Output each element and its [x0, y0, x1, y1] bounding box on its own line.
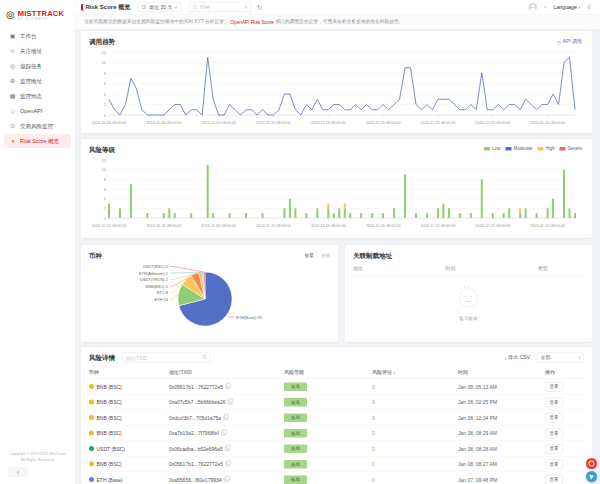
svg-text:2024-12-25 08:00:00: 2024-12-25 08:00:00 [475, 224, 510, 228]
copyright: Copyright © 2023-2024 MistTrack All Righ… [0, 451, 75, 462]
level-cell: 低危 [284, 398, 372, 407]
legend-item-moderate[interactable]: Moderate [505, 146, 532, 151]
level-cell: 低危 [284, 429, 372, 438]
coin-select[interactable]: 币种 ▾ [189, 2, 251, 12]
copy-icon[interactable] [225, 462, 229, 467]
address-text[interactable]: 0xdccf3b7...705d1a75a [169, 415, 221, 421]
copy-icon[interactable] [225, 446, 229, 451]
user-avatar[interactable] [529, 3, 538, 12]
support-icon [589, 461, 595, 467]
risk-search-input[interactable] [122, 353, 210, 363]
view-button[interactable]: 查看 [545, 397, 563, 407]
refresh-icon[interactable]: ↻ [257, 3, 262, 11]
telegram-float-button[interactable] [586, 471, 597, 482]
copy-icon[interactable] [225, 384, 229, 389]
view-button[interactable]: 查看 [545, 413, 563, 423]
view-button[interactable]: 查看 [545, 444, 563, 454]
topbar: Risk Score 概览 最近 30 天 ▾ 币种 ▾ ↻ ▾ [75, 0, 600, 15]
coin-icon [89, 431, 94, 436]
legend-item-severe[interactable]: Severe [560, 146, 582, 151]
dark-mode-toggle-icon[interactable]: ☾ [588, 4, 593, 11]
copy-icon[interactable] [221, 431, 225, 436]
toggle-amount[interactable]: 金额 [321, 252, 330, 259]
sidebar-item-trace-task[interactable]: ◎追踪任务 [4, 59, 71, 73]
sidebar-item-workbench[interactable]: ▣工作台 [4, 29, 71, 43]
page-title-wrap: Risk Score 概览 [81, 3, 130, 12]
chevron-down-icon: ▾ [578, 355, 580, 360]
toggle-quantity[interactable]: 数量 [305, 252, 314, 259]
address-text[interactable]: 0x05617b1...7622772e5 [169, 384, 223, 390]
legend-api-calls[interactable]: ◇ API 调用 [557, 38, 582, 45]
sidebar-item-openapi[interactable]: ◇OpenAPI [4, 104, 71, 118]
risk-level-badge: 低危 [284, 460, 307, 469]
diamond-marker-icon: ◇ [557, 39, 561, 45]
table-row: BNB (BSC)0x05617b1...7622772e5低危0Jan 08,… [89, 456, 584, 472]
view-button[interactable]: 查看 [545, 459, 563, 469]
action-cell: 查看 [545, 428, 584, 438]
sort-icon[interactable]: ▴▾ [394, 371, 396, 375]
coin-cell: BNB (BSC) [89, 430, 169, 436]
gear-icon: ⚙ [9, 78, 16, 85]
address-text[interactable]: 0xa55656...f60e179934 [169, 477, 222, 483]
coin-pie-chart: ETH(Base):76ETH:14BTC:8BNB(BSC):5USDT(TR… [85, 260, 334, 339]
time-cell: Jan 08, 05:13 AM [458, 384, 545, 390]
address-text[interactable]: 0x05617b1...7622772e5 [169, 461, 223, 467]
sidebar-item-monitor-activity[interactable]: ▦监控动态 [4, 89, 71, 103]
sidebar-item-tx-risk[interactable]: ⊙交易风险监控 [4, 119, 71, 133]
support-float-button[interactable] [586, 458, 597, 469]
sidebar-item-monitor-address[interactable]: ⚙监控地址 [4, 74, 71, 88]
address-text[interactable]: 0xa07c5b7...5b66bbea26 [169, 399, 225, 405]
account-chevron-down-icon[interactable]: ▾ [544, 5, 546, 10]
sanctions-col-time: 时间 [445, 265, 537, 272]
sidebar-item-watch-address[interactable]: ☆关注地址 [4, 44, 71, 58]
time-cell: Jan 08, 02:25 PM [458, 399, 545, 405]
sanctions-title: 关联制裁地址 [353, 251, 392, 260]
chevron-down-icon: ▾ [245, 5, 247, 10]
language-label: Language [553, 4, 576, 10]
sidebar-item-label: Risk Score 概览 [20, 137, 59, 145]
copy-icon[interactable] [223, 415, 227, 420]
risk-details-col-4: 时间 [458, 369, 545, 376]
risk-details-table: 币种地址/TXID风险等级风险评分▴▾时间操作BNB (BSC)0x05617b… [89, 366, 584, 484]
sidebar-item-risk-score[interactable]: ◑Risk Score 概览 [4, 134, 71, 148]
sidebar-menu: ▣工作台☆关注地址◎追踪任务⚙监控地址▦监控动态◇OpenAPI⊙交易风险监控◑… [0, 29, 75, 148]
risk-details-col-3[interactable]: 风险评分▴▾ [372, 369, 458, 376]
risk-score-value: 0 [372, 415, 458, 421]
coin-cell: BNB (BSC) [89, 384, 169, 390]
openapi-risk-score-link[interactable]: OpenAPI Risk Score [230, 19, 274, 25]
chevron-down-icon: ▾ [578, 5, 580, 10]
sanctions-col-type: 类型 [538, 265, 584, 272]
address-text[interactable]: 0xa7b19e2...7f7968fef [169, 430, 219, 436]
legend-item-low[interactable]: Low [484, 146, 500, 151]
brand-logo[interactable]: ◎ MISTTRACK BY SLOWMIST [0, 0, 75, 24]
view-button[interactable]: 查看 [545, 475, 563, 484]
view-button[interactable]: 查看 [545, 382, 563, 392]
level-filter-select[interactable]: 全部 ▾ [537, 353, 584, 363]
time-cell: Jan 07, 09:48 PM [458, 477, 545, 483]
legend-swatch-icon [484, 147, 490, 151]
export-csv-button[interactable]: ↓ 导出 CSV [504, 354, 530, 361]
star-icon: ☆ [9, 48, 16, 55]
coin-icon [89, 477, 94, 482]
svg-text:2024-11-15 08:00:00: 2024-11-15 08:00:00 [256, 121, 291, 125]
address-text[interactable]: 0x06cadba...b52e696a5 [169, 446, 223, 452]
level-filter-value: 全部 [541, 354, 551, 361]
view-button[interactable]: 查看 [545, 428, 563, 438]
risk-level-badge: 低危 [284, 429, 307, 438]
legend-item-high[interactable]: High [537, 146, 554, 151]
api-icon: ◇ [9, 108, 16, 115]
coin-select-placeholder: 币种 [200, 4, 210, 11]
svg-text:0: 0 [104, 113, 107, 118]
legend-swatch-icon [505, 147, 511, 151]
copy-icon[interactable] [224, 477, 228, 482]
language-select[interactable]: Language ▾ [553, 4, 580, 10]
time-range-select[interactable]: 最近 30 天 ▾ [138, 2, 181, 12]
card-call-trend: 调用趋势 ◇ API 调用 0246810122024-10-16 08:00:… [81, 31, 592, 133]
coin-icon [89, 446, 94, 451]
sidebar-collapse-button[interactable]: ‹ [8, 467, 28, 477]
svg-text:8: 8 [104, 177, 107, 182]
sidebar-item-label: 监控地址 [20, 77, 42, 85]
copy-icon[interactable] [228, 400, 232, 405]
coin-label: ETH (Base) [97, 477, 123, 483]
coin-label: BNB (BSC) [97, 399, 122, 405]
